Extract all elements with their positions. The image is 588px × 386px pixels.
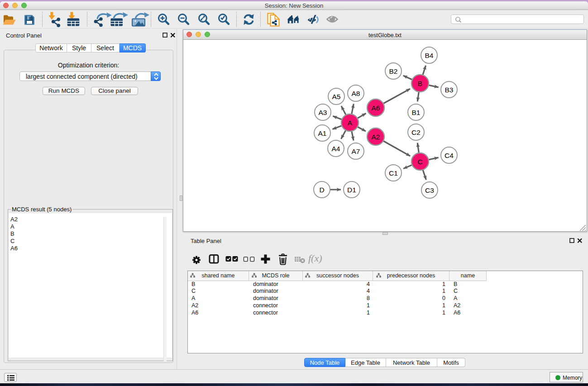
- svg-text:C1: C1: [389, 169, 398, 177]
- svg-text:A4: A4: [332, 145, 340, 152]
- svg-text:A5: A5: [332, 93, 341, 100]
- svg-text:A3: A3: [319, 109, 327, 116]
- svg-text:A8: A8: [352, 90, 360, 97]
- svg-text:B2: B2: [389, 67, 398, 75]
- svg-text:A6: A6: [372, 104, 380, 112]
- svg-text:B4: B4: [425, 52, 434, 59]
- svg-text:B3: B3: [445, 86, 454, 94]
- svg-text:C: C: [417, 158, 422, 166]
- svg-text:D: D: [319, 186, 324, 194]
- svg-text:C3: C3: [425, 186, 434, 194]
- svg-text:A2: A2: [372, 133, 380, 141]
- svg-text:B: B: [418, 80, 422, 87]
- svg-text:A7: A7: [352, 148, 360, 155]
- svg-text:A: A: [348, 119, 353, 127]
- svg-text:A1: A1: [318, 129, 327, 137]
- svg-text:B1: B1: [412, 109, 421, 116]
- svg-text:C4: C4: [445, 152, 454, 159]
- svg-text:D1: D1: [347, 186, 356, 194]
- svg-text:C2: C2: [411, 129, 421, 136]
